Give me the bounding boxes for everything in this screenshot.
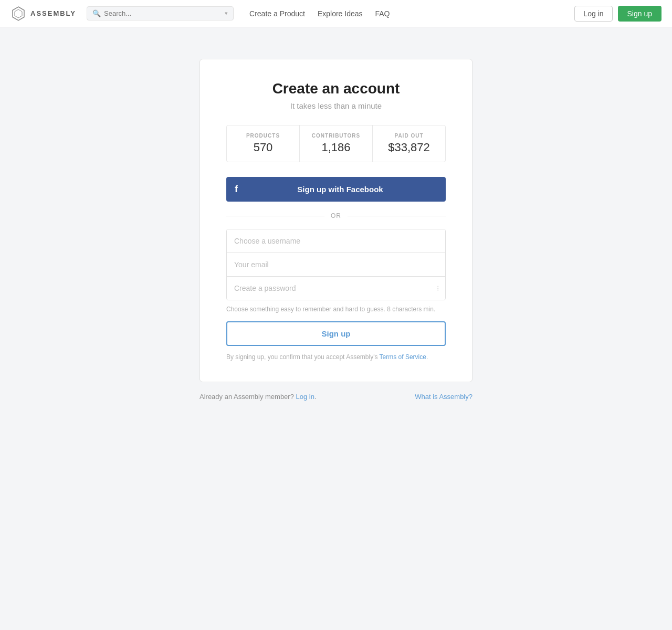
- signup-main-button[interactable]: Sign up: [226, 321, 446, 346]
- stat-contributors-label: CONTRIBUTORS: [305, 133, 367, 139]
- svg-marker-1: [15, 9, 22, 18]
- or-divider: OR: [226, 212, 446, 219]
- divider-line-left: [226, 216, 324, 216]
- stat-products-value: 570: [232, 141, 294, 154]
- tos-text: By signing up, you confirm that you acce…: [226, 353, 446, 361]
- bottom-login-link[interactable]: Log in: [296, 393, 314, 401]
- logo-link[interactable]: ASSEMBLY: [10, 6, 76, 22]
- nav-create-product[interactable]: Create a Product: [249, 9, 305, 18]
- search-icon: 🔍: [92, 9, 101, 17]
- nav-links: Create a Product Explore Ideas FAQ: [249, 9, 564, 18]
- what-is-assembly-link[interactable]: What is Assembly?: [415, 393, 472, 401]
- bottom-links: Already an Assembly member? Log in. What…: [200, 393, 472, 401]
- stat-contributors-value: 1,186: [305, 141, 367, 154]
- stat-paid-value: $33,872: [378, 141, 440, 154]
- chevron-down-icon: ▾: [225, 10, 228, 17]
- signup-nav-button[interactable]: Sign up: [618, 6, 662, 22]
- search-input[interactable]: [104, 9, 222, 17]
- or-text: OR: [331, 212, 341, 219]
- login-button[interactable]: Log in: [574, 6, 612, 22]
- tos-after: .: [426, 353, 428, 361]
- nav-explore-ideas[interactable]: Explore Ideas: [318, 9, 363, 18]
- nav-faq[interactable]: FAQ: [375, 9, 390, 18]
- signup-card: Create an account It takes less than a m…: [200, 59, 472, 382]
- main-content: Create an account It takes less than a m…: [0, 27, 672, 432]
- stats-row: PRODUCTS 570 CONTRIBUTORS 1,186 PAID OUT…: [226, 125, 446, 162]
- card-subtitle: It takes less than a minute: [226, 101, 446, 110]
- email-input[interactable]: [227, 253, 445, 277]
- stat-contributors: CONTRIBUTORS 1,186: [300, 125, 373, 162]
- tos-link[interactable]: Terms of Service: [380, 353, 426, 361]
- already-member-text: Already an Assembly member? Log in.: [200, 393, 317, 401]
- stat-paid-label: PAID OUT: [378, 133, 440, 139]
- tos-before: By signing up, you confirm that you acce…: [226, 353, 380, 361]
- logo-text: ASSEMBLY: [30, 9, 76, 17]
- password-hint: Choose something easy to remember and ha…: [226, 306, 446, 313]
- password-wrapper: ⁝: [227, 277, 445, 300]
- signup-form-group: ⁝: [226, 229, 446, 300]
- stat-paid-out: PAID OUT $33,872: [373, 125, 445, 162]
- divider-line-right: [348, 216, 446, 216]
- navbar: ASSEMBLY 🔍 ▾ Create a Product Explore Id…: [0, 0, 672, 27]
- facebook-icon: f: [235, 184, 238, 195]
- stat-products-label: PRODUCTS: [232, 133, 294, 139]
- password-visibility-icon: ⁝: [437, 284, 439, 292]
- navbar-actions: Log in Sign up: [574, 6, 662, 22]
- facebook-signup-button[interactable]: f Sign up with Facebook: [226, 177, 446, 202]
- password-input[interactable]: [227, 277, 445, 300]
- logo-icon: [10, 6, 26, 22]
- svg-marker-0: [13, 7, 24, 20]
- card-title: Create an account: [226, 80, 446, 97]
- stat-products: PRODUCTS 570: [227, 125, 300, 162]
- username-input[interactable]: [227, 229, 445, 253]
- facebook-button-label: Sign up with Facebook: [243, 185, 437, 194]
- search-container: 🔍 ▾: [87, 6, 234, 20]
